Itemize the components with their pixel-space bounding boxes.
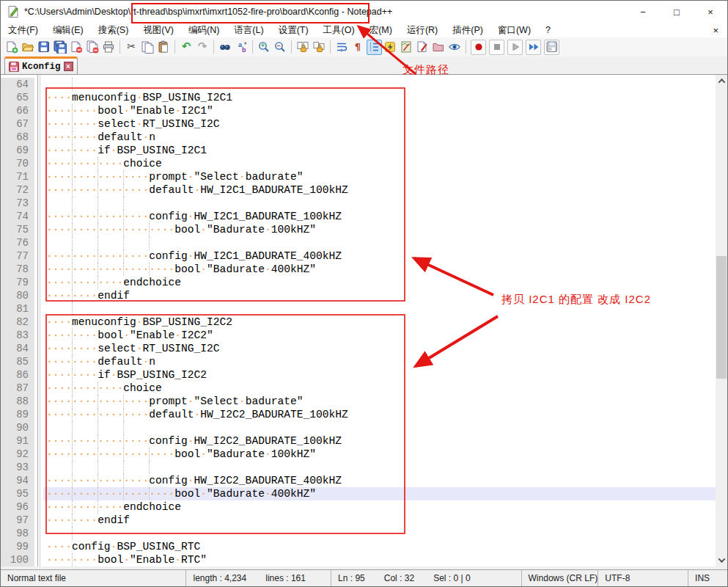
code-line-94[interactable]: ················config·HW_I2C2_BADURATE_… <box>43 474 716 487</box>
code-line-64[interactable] <box>43 78 716 91</box>
save-all-icon[interactable] <box>53 40 68 55</box>
code-line-83[interactable]: ········bool·"Enable·I2C2" <box>43 329 716 342</box>
line-number: 88 <box>1 395 29 408</box>
save-macro-icon[interactable] <box>544 40 559 55</box>
menu-item-3[interactable]: 视图(V) <box>136 23 181 38</box>
menu-item-11[interactable]: 窗口(W) <box>490 23 538 38</box>
menu-item-0[interactable]: 文件(F) <box>1 23 45 38</box>
code-line-89[interactable]: ················default·HW_I2C2_BADURATE… <box>43 408 716 421</box>
indent-guide-icon[interactable] <box>367 40 382 55</box>
menu-item-1[interactable]: 编辑(E) <box>45 23 91 38</box>
tab-bar: Kconfig × <box>1 56 727 75</box>
maximize-button[interactable]: □ <box>660 1 694 23</box>
code-line-93[interactable] <box>43 461 716 474</box>
code-area[interactable]: ····menuconfig·BSP_USING_I2C1········boo… <box>43 78 716 566</box>
code-line-99[interactable]: ····config·BSP_USING_RTC <box>43 540 716 553</box>
monitoring-icon[interactable] <box>447 40 463 55</box>
run-macro-multiple-icon[interactable] <box>526 40 541 55</box>
code-line-92[interactable]: ····················bool·"Badurate·100kH… <box>43 448 716 461</box>
minimize-button[interactable]: − <box>626 1 660 23</box>
code-editor[interactable]: 6465666768697071727374757677787980818283… <box>1 75 727 566</box>
menu-item-7[interactable]: 工具(O) <box>316 23 362 38</box>
undo-icon[interactable]: ↶ <box>179 40 194 55</box>
svg-text:↷: ↷ <box>198 40 207 53</box>
code-line-81[interactable] <box>43 302 716 316</box>
svg-text:✂: ✂ <box>127 40 136 52</box>
folder-workspace-icon[interactable] <box>431 40 446 55</box>
function-list-icon[interactable] <box>415 40 430 55</box>
code-line-84[interactable]: ········select·RT_USING_I2C <box>43 342 716 355</box>
menu-item-10[interactable]: 插件(P) <box>445 23 490 38</box>
code-line-69[interactable]: ········if·BSP_USING_I2C1 <box>43 144 716 157</box>
code-line-85[interactable]: ········default·n <box>43 355 716 368</box>
code-line-87[interactable]: ············choice <box>43 382 716 395</box>
cut-icon[interactable]: ✂ <box>124 40 139 55</box>
code-line-72[interactable]: ················default·HW_I2C1_BADURATE… <box>43 183 716 197</box>
code-line-76[interactable] <box>43 236 716 249</box>
sync-vertical-icon[interactable] <box>295 40 311 55</box>
code-line-67[interactable]: ········select·RT_USING_I2C <box>43 117 716 131</box>
code-line-97[interactable]: ········endif <box>43 514 716 527</box>
code-line-79[interactable]: ············endchoice <box>43 276 716 289</box>
code-line-95[interactable]: ····················bool·"Badurate·400kH… <box>43 487 716 500</box>
replace-icon[interactable]: ab <box>234 40 249 55</box>
redo-icon[interactable]: ↷ <box>195 40 210 55</box>
stop-macro-icon[interactable] <box>489 40 504 55</box>
open-icon[interactable] <box>21 40 36 55</box>
code-line-96[interactable]: ············endchoice <box>43 500 716 514</box>
line-number: 76 <box>1 236 29 249</box>
code-line-74[interactable]: ················config·HW_I2C1_BADURATE_… <box>43 210 716 223</box>
define-language-icon[interactable] <box>383 40 398 55</box>
menu-item-8[interactable]: 宏(M) <box>362 23 400 38</box>
print-icon[interactable] <box>101 40 117 55</box>
code-line-71[interactable]: ················prompt·"Select·badurate" <box>43 170 716 183</box>
zoom-in-icon[interactable]: + <box>257 40 272 55</box>
save-icon[interactable] <box>37 40 52 55</box>
code-line-65[interactable]: ····menuconfig·BSP_USING_I2C1 <box>43 91 716 104</box>
menu-item-4[interactable]: 编码(N) <box>181 23 227 38</box>
menu-item-12[interactable]: ? <box>538 23 558 37</box>
paste-icon[interactable] <box>156 40 172 55</box>
scrollbar-thumb[interactable] <box>716 256 727 379</box>
doc-map-icon[interactable] <box>399 40 414 55</box>
sync-horizontal-icon[interactable] <box>312 40 327 55</box>
code-line-88[interactable]: ················prompt·"Select·badurate" <box>43 395 716 408</box>
code-line-77[interactable]: ················config·HW_I2C1_BADURATE_… <box>43 249 716 263</box>
close-button[interactable]: × <box>694 1 727 23</box>
scroll-down-icon[interactable] <box>716 554 727 566</box>
vertical-scrollbar[interactable] <box>716 75 727 566</box>
code-line-75[interactable]: ····················bool·"Badurate·100kH… <box>43 223 716 236</box>
code-line-80[interactable]: ········endif <box>43 289 716 302</box>
menu-item-9[interactable]: 运行(R) <box>400 23 445 38</box>
code-line-66[interactable]: ········bool·"Enable·I2C1" <box>43 104 716 117</box>
code-line-70[interactable]: ············choice <box>43 157 716 170</box>
line-number: 69 <box>1 144 29 157</box>
scroll-up-icon[interactable] <box>716 75 727 87</box>
show-all-chars-icon[interactable]: ¶ <box>350 40 366 55</box>
code-line-73[interactable] <box>43 197 716 210</box>
find-icon[interactable] <box>218 40 233 55</box>
word-wrap-icon[interactable] <box>334 40 350 55</box>
document-close-icon[interactable]: × <box>704 25 727 36</box>
tab-kconfig[interactable]: Kconfig × <box>4 56 78 74</box>
code-line-82[interactable]: ····menuconfig·BSP_USING_I2C2 <box>43 316 716 329</box>
menu-item-2[interactable]: 搜索(S) <box>91 23 136 38</box>
play-macro-icon[interactable] <box>507 40 523 55</box>
menu-item-5[interactable]: 语言(L) <box>227 23 271 38</box>
tab-close-icon[interactable]: × <box>64 62 73 71</box>
code-line-91[interactable]: ················config·HW_I2C2_BADURATE_… <box>43 434 716 448</box>
new-file-icon[interactable] <box>4 40 20 55</box>
close-all-icon[interactable] <box>85 40 100 55</box>
code-line-78[interactable]: ····················bool·"Badurate·400kH… <box>43 263 716 276</box>
close-icon[interactable] <box>69 40 84 55</box>
code-line-98[interactable] <box>43 527 716 540</box>
code-line-90[interactable] <box>43 421 716 434</box>
record-macro-icon[interactable] <box>471 40 486 55</box>
toolbar-separator <box>466 40 466 54</box>
zoom-out-icon[interactable]: − <box>273 40 288 55</box>
code-line-68[interactable]: ········default·n <box>43 131 716 144</box>
copy-icon[interactable] <box>140 40 155 55</box>
code-line-86[interactable]: ········if·BSP_USING_I2C2 <box>43 368 716 382</box>
code-line-100[interactable]: ········bool·"Enable·RTC" <box>43 553 716 566</box>
menu-item-6[interactable]: 设置(T) <box>271 23 316 38</box>
